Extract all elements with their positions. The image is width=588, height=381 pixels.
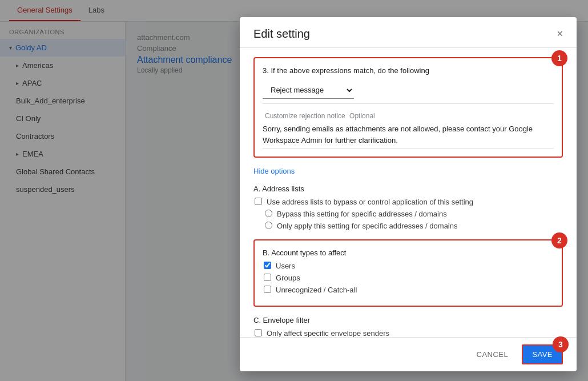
section-b-title: B. Account types to affect xyxy=(263,248,554,257)
section1-box: 1 3. If the above expressions match, do … xyxy=(253,57,563,158)
envelope-senders-label: Only affect specific envelope senders xyxy=(267,329,389,337)
modal-header: Edit setting × xyxy=(240,17,577,48)
bypass-radio-row: Bypass this setting for specific address… xyxy=(253,210,563,218)
modal-title: Edit setting xyxy=(253,27,310,41)
only-apply-label: Only apply this setting for specific add… xyxy=(277,222,457,230)
section1-title: 3. If the above expressions match, do th… xyxy=(263,66,554,75)
address-list-row: Use address lists to bypass or control a… xyxy=(253,198,563,206)
customize-label: Customize rejection notice Optional xyxy=(263,112,554,120)
modal-body: 1 3. If the above expressions match, do … xyxy=(240,48,577,337)
address-list-checkbox[interactable] xyxy=(255,198,262,205)
users-checkbox[interactable] xyxy=(264,262,271,269)
bypass-radio[interactable] xyxy=(265,210,272,217)
cancel-button[interactable]: CANCEL xyxy=(468,346,518,363)
envelope-senders-row: Only affect specific envelope senders xyxy=(253,329,563,337)
edit-setting-modal: Edit setting × 1 3. If the above express… xyxy=(240,17,577,371)
section-c: C. Envelope filter Only affect specific … xyxy=(253,316,563,337)
modal-close-button[interactable]: × xyxy=(557,28,563,40)
groups-row: Groups xyxy=(263,274,554,282)
save-button-wrapper: 3 SAVE xyxy=(522,344,563,364)
address-list-label: Use address lists to bypass or control a… xyxy=(267,198,473,206)
section-a-title: A. Address lists xyxy=(253,185,563,193)
section-b-box: 2 B. Account types to affect Users Group… xyxy=(253,239,563,307)
bypass-label: Bypass this setting for specific address… xyxy=(277,210,447,218)
optional-tag: Optional xyxy=(349,112,375,120)
unrecognized-label: Unrecognized / Catch-all xyxy=(276,286,357,294)
hide-options-link[interactable]: Hide options xyxy=(253,167,295,175)
users-row: Users xyxy=(263,262,554,270)
envelope-senders-checkbox[interactable] xyxy=(255,329,262,336)
badge-3: 3 xyxy=(553,336,569,352)
only-apply-radio-row: Only apply this setting for specific add… xyxy=(253,222,563,230)
groups-checkbox[interactable] xyxy=(264,274,271,281)
users-label: Users xyxy=(276,262,295,270)
only-apply-radio[interactable] xyxy=(265,222,272,229)
unrecognized-row: Unrecognized / Catch-all xyxy=(263,286,554,294)
action-select[interactable]: Reject message xyxy=(263,82,354,99)
groups-label: Groups xyxy=(276,274,300,282)
action-select-row: Reject message xyxy=(263,82,554,104)
section-a: A. Address lists Use address lists to by… xyxy=(253,185,563,230)
unrecognized-checkbox[interactable] xyxy=(264,286,271,293)
badge-1: 1 xyxy=(551,50,567,66)
modal-footer: CANCEL 3 SAVE xyxy=(240,337,577,371)
customize-text: Sorry, sending emails as attachments are… xyxy=(263,123,554,149)
section-c-title: C. Envelope filter xyxy=(253,316,563,324)
badge-2: 2 xyxy=(551,232,567,248)
